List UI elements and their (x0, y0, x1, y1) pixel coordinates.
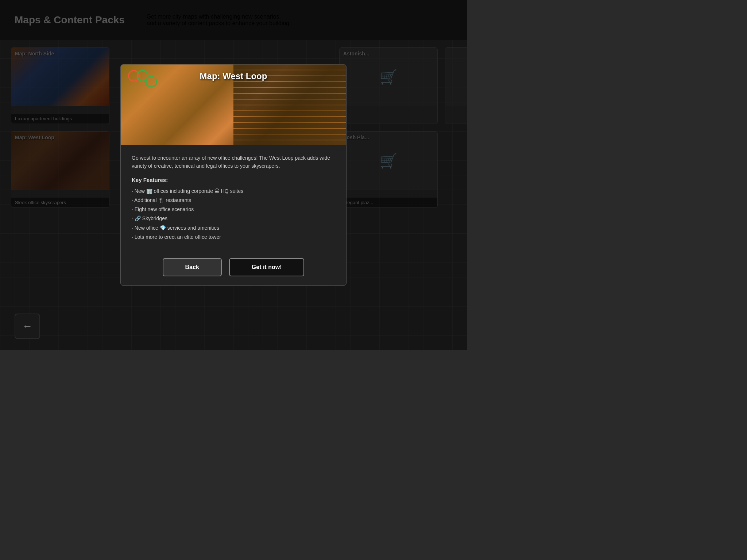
feature-item-2: Additional 🍴 restaurants (132, 196, 335, 205)
back-button[interactable]: Back (163, 258, 222, 276)
feature-item-4: 🔗 Skybridges (132, 214, 335, 223)
modal-title: Map: West Loop (200, 71, 267, 81)
modal-image: Map: West Loop (121, 65, 346, 145)
modal-features-list: New 🏢 offices including corporate 🏛 HQ s… (132, 187, 335, 242)
feature-item-1: New 🏢 offices including corporate 🏛 HQ s… (132, 187, 335, 196)
modal-description: Go west to encounter an array of new off… (132, 154, 335, 170)
modal-features-title: Key Features: (132, 177, 335, 183)
feature-item-5: New office 💎 services and amenities (132, 223, 335, 233)
feature-item-3: Eight new office scenarios (132, 205, 335, 214)
feature-item-6: Lots more to erect an elite office tower (132, 233, 335, 242)
modal-logo (128, 70, 157, 88)
modal-dialog: Map: West Loop Go west to encounter an a… (120, 64, 347, 286)
modal-buttons: Back Get it now! (121, 251, 346, 285)
logo-circle-green2 (146, 76, 157, 88)
modal-body: Go west to encounter an array of new off… (121, 145, 346, 251)
get-now-button[interactable]: Get it now! (229, 258, 305, 276)
